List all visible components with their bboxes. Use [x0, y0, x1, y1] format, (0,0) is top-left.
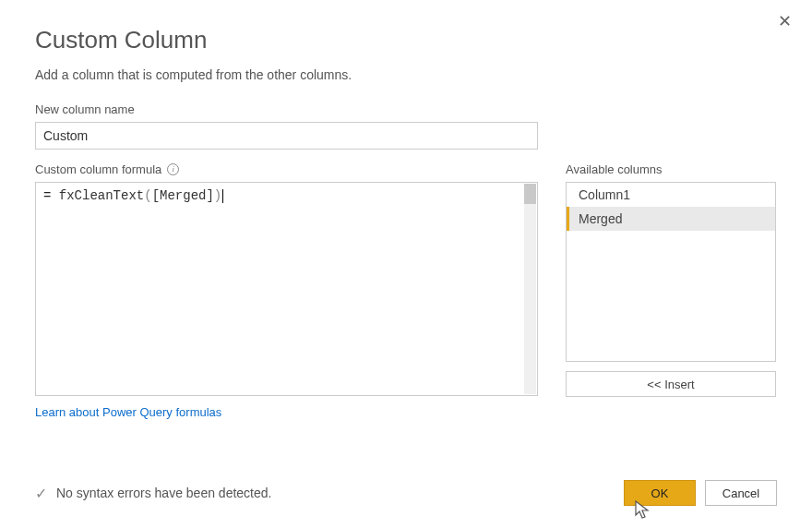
- status-text: No syntax errors have been detected.: [56, 486, 271, 500]
- new-column-name-input[interactable]: [35, 122, 538, 150]
- formula-scrollbar[interactable]: [524, 184, 536, 394]
- info-icon[interactable]: i: [167, 163, 179, 175]
- cancel-button[interactable]: Cancel: [705, 480, 777, 506]
- available-column-item[interactable]: Merged: [567, 207, 775, 231]
- available-columns-label: Available columns: [566, 162, 776, 176]
- check-icon: ✓: [35, 485, 47, 502]
- dialog-title: Custom Column: [35, 26, 777, 54]
- scrollbar-thumb[interactable]: [524, 184, 536, 204]
- dialog-subtitle: Add a column that is computed from the o…: [35, 67, 777, 82]
- custom-column-dialog: ✕ Custom Column Add a column that is com…: [0, 0, 812, 528]
- formula-text: = fxCleanText([Merged]): [36, 183, 537, 209]
- formula-label-text: Custom column formula: [35, 162, 161, 176]
- ok-button[interactable]: OK: [624, 480, 696, 506]
- learn-link[interactable]: Learn about Power Query formulas: [35, 405, 221, 419]
- text-caret: [222, 189, 223, 203]
- available-column-item[interactable]: Column1: [567, 183, 775, 207]
- formula-editor[interactable]: = fxCleanText([Merged]): [35, 182, 538, 396]
- available-columns-list[interactable]: Column1 Merged: [566, 182, 776, 362]
- close-icon[interactable]: ✕: [778, 13, 792, 30]
- formula-label: Custom column formula i: [35, 162, 538, 176]
- new-column-name-label: New column name: [35, 102, 777, 116]
- insert-button[interactable]: << Insert: [566, 371, 776, 397]
- status-bar: ✓ No syntax errors have been detected.: [35, 485, 271, 502]
